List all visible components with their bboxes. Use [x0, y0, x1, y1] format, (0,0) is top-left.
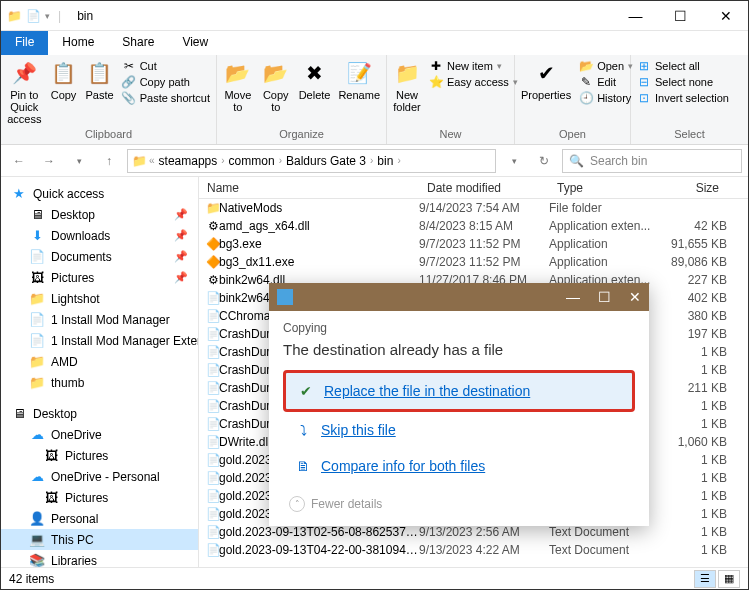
tab-home[interactable]: Home — [48, 31, 108, 55]
navigation-tree: ★Quick access🖥Desktop📌⬇Downloads📌📄Docume… — [1, 177, 199, 567]
chevron-right-icon: › — [397, 155, 400, 166]
file-row[interactable]: 📄gold.2023-09-13T04-22-00-381094.log9/13… — [199, 541, 748, 559]
tree-item[interactable]: 🖼Pictures📌 — [1, 267, 198, 288]
dialog-minimize-button[interactable]: — — [566, 289, 580, 305]
move-to-button[interactable]: 📂 Move to — [223, 59, 253, 113]
tree-item[interactable]: 📚Libraries — [1, 550, 198, 567]
properties-button[interactable]: ✔ Properties — [521, 59, 571, 101]
minimize-button[interactable]: — — [613, 1, 658, 31]
file-size: 1 KB — [657, 507, 727, 521]
tree-item-icon: 🖼 — [43, 448, 59, 463]
file-date: 9/7/2023 11:52 PM — [419, 237, 549, 251]
move-icon: 📂 — [224, 59, 252, 87]
column-size[interactable]: Size — [657, 181, 727, 195]
tree-item[interactable]: 🖼Pictures — [1, 487, 198, 508]
new-folder-button[interactable]: 📁 New folder — [393, 59, 421, 113]
copy-path-button[interactable]: 🔗Copy path — [122, 75, 210, 89]
ribbon-tabs: File Home Share View — [1, 31, 748, 55]
dialog-status: Copying — [283, 321, 635, 335]
dialog-close-button[interactable]: ✕ — [629, 289, 641, 305]
column-type[interactable]: Type — [549, 181, 657, 195]
file-row[interactable]: 🔶bg3_dx11.exe9/7/2023 11:52 PMApplicatio… — [199, 253, 748, 271]
tab-view[interactable]: View — [168, 31, 222, 55]
pin-icon: 📌 — [174, 250, 188, 263]
file-size: 1 KB — [657, 453, 727, 467]
new-group-label: New — [387, 128, 514, 142]
dialog-titlebar[interactable]: — ☐ ✕ — [269, 283, 649, 311]
tree-item[interactable]: 📁Lightshot — [1, 288, 198, 309]
breadcrumb-item[interactable]: steamapps — [157, 154, 220, 168]
select-none-button[interactable]: ⊟Select none — [637, 75, 729, 89]
dialog-maximize-button[interactable]: ☐ — [598, 289, 611, 305]
file-icon: 📄 — [199, 381, 219, 395]
delete-button[interactable]: ✖ Delete — [299, 59, 331, 101]
tree-item[interactable]: 📁thumb — [1, 372, 198, 393]
skip-file-option[interactable]: ⤵ Skip this file — [283, 412, 635, 448]
paste-button[interactable]: 📋 Paste — [86, 59, 114, 101]
breadcrumb-item[interactable]: bin — [375, 154, 395, 168]
cut-button[interactable]: ✂Cut — [122, 59, 210, 73]
breadcrumb-item[interactable]: Baldurs Gate 3 — [284, 154, 368, 168]
paste-shortcut-button[interactable]: 📎Paste shortcut — [122, 91, 210, 105]
tree-item[interactable]: 🖥Desktop📌 — [1, 204, 198, 225]
copy-button[interactable]: 📋 Copy — [50, 59, 78, 101]
tree-item[interactable]: 📄1 Install Mod Manager Exter — [1, 330, 198, 351]
file-size: 380 KB — [657, 309, 727, 323]
copy-to-button[interactable]: 📂 Copy to — [261, 59, 291, 113]
tree-item[interactable]: ☁OneDrive - Personal — [1, 466, 198, 487]
history-button[interactable]: 🕘History — [579, 91, 633, 105]
breadcrumb-item[interactable]: common — [227, 154, 277, 168]
file-icon: 📄 — [199, 309, 219, 323]
nav-recent-button[interactable]: ▾ — [67, 149, 91, 173]
tree-item[interactable]: ★Quick access — [1, 183, 198, 204]
tree-item[interactable]: 📄Documents📌 — [1, 246, 198, 267]
status-bar: 42 items ☰ ▦ — [1, 567, 748, 589]
tree-item-icon: ⬇ — [29, 228, 45, 243]
view-details-button[interactable]: ☰ — [694, 570, 716, 588]
edit-button[interactable]: ✎Edit — [579, 75, 633, 89]
tree-item[interactable]: 👤Personal — [1, 508, 198, 529]
open-button[interactable]: 📂Open ▾ — [579, 59, 633, 73]
tree-item[interactable]: 🖼Pictures — [1, 445, 198, 466]
maximize-button[interactable]: ☐ — [658, 1, 703, 31]
tree-item[interactable]: ⬇Downloads📌 — [1, 225, 198, 246]
breadcrumb[interactable]: 📁 « steamapps› common› Baldurs Gate 3› b… — [127, 149, 496, 173]
nav-up-button[interactable]: ↑ — [97, 149, 121, 173]
nav-forward-button[interactable]: → — [37, 149, 61, 173]
close-button[interactable]: ✕ — [703, 1, 748, 31]
file-size: 91,655 KB — [657, 237, 727, 251]
file-row[interactable]: 🔶bg3.exe9/7/2023 11:52 PMApplication91,6… — [199, 235, 748, 253]
tree-item[interactable]: 🖥Desktop — [1, 403, 198, 424]
select-all-button[interactable]: ⊞Select all — [637, 59, 729, 73]
compare-files-option[interactable]: 🗎 Compare info for both files — [283, 448, 635, 484]
pin-icon: 📌 — [174, 271, 188, 284]
file-type: Application exten... — [549, 219, 657, 233]
column-name[interactable]: Name — [199, 181, 419, 195]
tab-share[interactable]: Share — [108, 31, 168, 55]
pin-quick-access-button[interactable]: 📌 Pin to Quick access — [7, 59, 42, 125]
view-icons-button[interactable]: ▦ — [718, 570, 740, 588]
tree-item[interactable]: 📁AMD — [1, 351, 198, 372]
fewer-details-toggle[interactable]: ˄ Fewer details — [283, 496, 635, 512]
tree-item-label: Lightshot — [51, 292, 100, 306]
tree-item[interactable]: ☁OneDrive — [1, 424, 198, 445]
select-group-label: Select — [631, 128, 748, 142]
invert-selection-button[interactable]: ⊡Invert selection — [637, 91, 729, 105]
tree-item-label: This PC — [51, 533, 94, 547]
file-row[interactable]: 📁NativeMods9/14/2023 7:54 AMFile folder — [199, 199, 748, 217]
titlebar: 📁 📄 ▾ | bin — ☐ ✕ — [1, 1, 748, 31]
file-row[interactable]: ⚙amd_ags_x64.dll8/4/2023 8:15 AMApplicat… — [199, 217, 748, 235]
rename-button[interactable]: 📝 Rename — [338, 59, 380, 101]
replace-file-option[interactable]: ✔ Replace the file in the destination — [283, 370, 635, 412]
tab-file[interactable]: File — [1, 31, 48, 55]
tree-item[interactable]: 💻This PC — [1, 529, 198, 550]
tree-item[interactable]: 📄1 Install Mod Manager — [1, 309, 198, 330]
easy-access-button[interactable]: ⭐Easy access ▾ — [429, 75, 518, 89]
dropdown-button[interactable]: ▾ — [502, 149, 526, 173]
dropdown-icon[interactable]: ▾ — [45, 11, 50, 21]
search-input[interactable]: 🔍 Search bin — [562, 149, 742, 173]
nav-back-button[interactable]: ← — [7, 149, 31, 173]
new-item-button[interactable]: ✚New item ▾ — [429, 59, 518, 73]
column-date[interactable]: Date modified — [419, 181, 549, 195]
refresh-button[interactable]: ↻ — [532, 149, 556, 173]
